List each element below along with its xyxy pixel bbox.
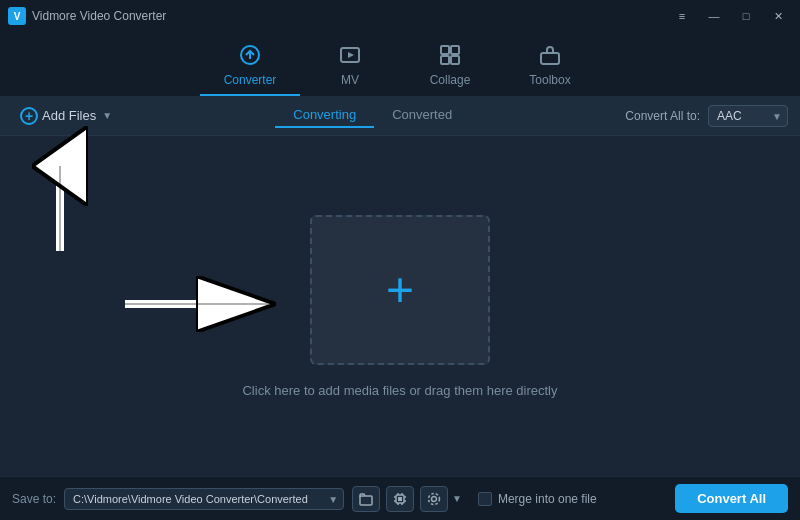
main-content: + Click here to add media files or drag … <box>0 136 800 476</box>
toolbar-right: Convert All to: AAC MP3 MP4 MKV AVI MOV … <box>625 105 788 127</box>
tab-collage[interactable]: Collage <box>400 36 500 96</box>
arrow-up-annotation <box>30 156 90 260</box>
svg-point-26 <box>429 493 440 504</box>
svg-point-25 <box>432 496 437 501</box>
merge-checkbox-area: Merge into one file <box>478 492 597 506</box>
save-to-label: Save to: <box>12 492 56 506</box>
svg-rect-14 <box>360 496 372 505</box>
settings-button[interactable] <box>420 486 448 512</box>
menu-button[interactable]: ≡ <box>668 6 696 26</box>
bottom-icons: ▼ <box>352 486 462 512</box>
convert-all-to-label: Convert All to: <box>625 109 700 123</box>
drop-zone[interactable]: + <box>310 215 490 365</box>
svg-rect-3 <box>441 46 449 54</box>
maximize-button[interactable]: □ <box>732 6 760 26</box>
titlebar: V Vidmore Video Converter ≡ — □ ✕ <box>0 0 800 32</box>
toolbox-icon <box>539 44 561 69</box>
toolbox-tab-label: Toolbox <box>529 73 570 87</box>
convert-all-button[interactable]: Convert All <box>675 484 788 513</box>
mv-tab-label: MV <box>341 73 359 87</box>
svg-rect-6 <box>451 56 459 64</box>
drop-zone-plus-icon: + <box>386 266 414 314</box>
add-files-dropdown-icon: ▼ <box>102 110 112 121</box>
merge-label: Merge into one file <box>498 492 597 506</box>
titlebar-controls: ≡ — □ ✕ <box>668 6 792 26</box>
close-button[interactable]: ✕ <box>764 6 792 26</box>
format-select-wrapper: AAC MP3 MP4 MKV AVI MOV WAV FLAC ▼ <box>708 105 788 127</box>
collage-tab-label: Collage <box>430 73 471 87</box>
tab-mv[interactable]: MV <box>300 36 400 96</box>
add-files-label: Add Files <box>42 108 96 123</box>
cpu-settings-button[interactable] <box>386 486 414 512</box>
app-title: Vidmore Video Converter <box>32 9 166 23</box>
arrow-right-annotation <box>120 274 280 338</box>
app-logo: V <box>8 7 26 25</box>
merge-checkbox[interactable] <box>478 492 492 506</box>
tab-toolbox[interactable]: Toolbox <box>500 36 600 96</box>
add-files-button[interactable]: + Add Files ▼ <box>12 103 120 129</box>
collage-icon <box>439 44 461 69</box>
converter-icon <box>239 44 261 69</box>
folder-browse-button[interactable] <box>352 486 380 512</box>
format-select[interactable]: AAC MP3 MP4 MKV AVI MOV WAV FLAC <box>708 105 788 127</box>
svg-rect-24 <box>398 497 402 501</box>
converting-tab[interactable]: Converting <box>275 103 374 128</box>
save-path-input[interactable] <box>64 488 344 510</box>
bottom-bar: Save to: ▼ <box>0 476 800 520</box>
svg-rect-7 <box>541 53 559 64</box>
add-files-plus-icon: + <box>20 107 38 125</box>
svg-rect-4 <box>451 46 459 54</box>
nav-tabs: Converter MV Collage Toolb <box>0 32 800 96</box>
save-path-wrapper: ▼ <box>64 488 344 510</box>
settings-dropdown-icon: ▼ <box>452 493 462 504</box>
minimize-button[interactable]: — <box>700 6 728 26</box>
toolbar: + Add Files ▼ Converting Converted Conve… <box>0 96 800 136</box>
drop-zone-hint: Click here to add media files or drag th… <box>242 383 557 398</box>
svg-rect-5 <box>441 56 449 64</box>
toolbar-center-tabs: Converting Converted <box>120 103 625 128</box>
converter-tab-label: Converter <box>224 73 277 87</box>
converted-tab[interactable]: Converted <box>374 103 470 128</box>
mv-icon <box>339 44 361 69</box>
titlebar-left: V Vidmore Video Converter <box>8 7 166 25</box>
tab-converter[interactable]: Converter <box>200 36 300 96</box>
